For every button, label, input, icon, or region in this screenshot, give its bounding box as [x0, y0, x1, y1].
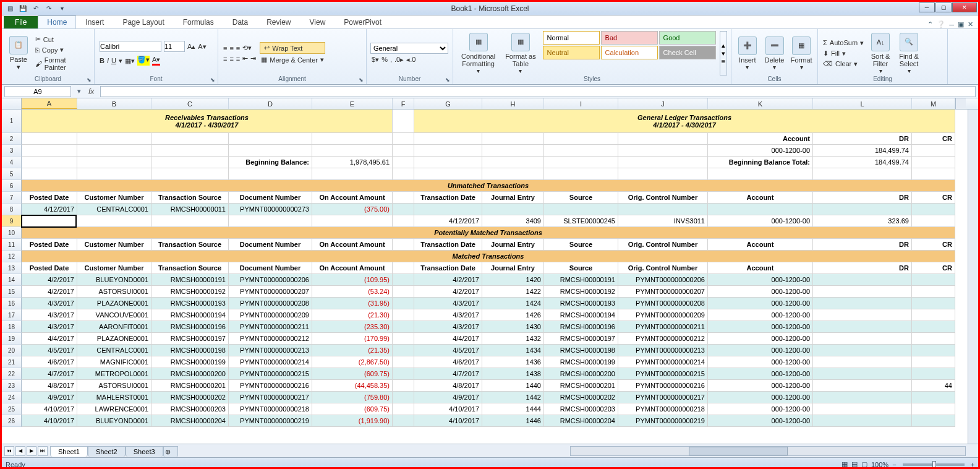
zoom-level[interactable]: 100%	[871, 461, 888, 468]
cell[interactable]	[393, 392, 414, 403]
cell[interactable]: DR	[813, 262, 912, 274]
cell[interactable]: Journal Entry	[482, 239, 544, 251]
cell[interactable]	[708, 204, 813, 215]
cell[interactable]: On Account Amount	[312, 192, 393, 204]
view-layout-icon[interactable]: ▤	[851, 460, 858, 468]
row-header[interactable]: 8	[2, 204, 22, 215]
cell[interactable]	[912, 157, 955, 168]
close-button[interactable]: ✕	[952, 2, 977, 12]
ribbon-minimize-icon[interactable]: ⌃	[927, 20, 933, 28]
formula-input[interactable]	[100, 86, 976, 97]
cell[interactable]: PYMNT000000000218	[618, 403, 708, 415]
view-pagebreak-icon[interactable]: ▢	[861, 460, 867, 468]
cell[interactable]: 4/10/2017	[22, 415, 77, 427]
cell[interactable]	[393, 204, 414, 215]
cell[interactable]: PYMNT000000000212	[618, 333, 708, 345]
cell[interactable]: 000-1200-00	[708, 321, 813, 333]
row-header[interactable]: 10	[2, 227, 22, 239]
cell[interactable]: RMCSH00000204	[151, 415, 229, 427]
zoom-in-icon[interactable]: +	[971, 461, 974, 468]
cell[interactable]	[393, 239, 414, 251]
new-sheet-button[interactable]: ⊕	[163, 446, 178, 457]
currency-icon[interactable]: $▾	[372, 56, 379, 64]
cell[interactable]	[229, 133, 312, 145]
cell[interactable]: 4/2/2017	[414, 286, 482, 298]
cell[interactable]	[813, 403, 912, 415]
cell[interactable]: 4/5/2017	[22, 345, 77, 356]
cell[interactable]	[813, 298, 912, 309]
cell[interactable]	[912, 333, 955, 345]
cell[interactable]: 000-1200-00	[708, 345, 813, 356]
cell[interactable]	[393, 157, 414, 168]
cell[interactable]	[482, 145, 544, 157]
cell[interactable]	[393, 168, 414, 180]
row-header[interactable]: 21	[2, 356, 22, 368]
cell[interactable]: PYMNT000000000212	[229, 333, 312, 345]
tab-page-layout[interactable]: Page Layout	[113, 15, 173, 28]
cell[interactable]: Source	[544, 239, 618, 251]
cell[interactable]: Transaction Date	[414, 239, 482, 251]
cell[interactable]: Customer Number	[77, 192, 151, 204]
cell[interactable]	[393, 368, 414, 380]
cell[interactable]	[151, 133, 229, 145]
cell[interactable]: 1432	[482, 333, 544, 345]
cell[interactable]: 000-1200-00	[708, 274, 813, 286]
cell[interactable]: Customer Number	[77, 239, 151, 251]
font-size-input[interactable]	[164, 41, 185, 52]
cell[interactable]: (170.99)	[312, 333, 393, 345]
align-center-icon[interactable]: ≡	[229, 55, 233, 62]
cell[interactable]: 4/2/2017	[22, 286, 77, 298]
view-normal-icon[interactable]: ▦	[842, 460, 848, 468]
cell[interactable]: Customer Number	[77, 262, 151, 274]
cell[interactable]: RMCSH00000202	[544, 392, 618, 403]
cell[interactable]: RMCSH00000193	[151, 298, 229, 309]
cell[interactable]: 000-1200-00	[708, 309, 813, 321]
cell[interactable]: MAHLERST0001	[77, 392, 151, 403]
cell[interactable]: 4/3/2017	[22, 309, 77, 321]
cell[interactable]: 4/8/2017	[22, 380, 77, 392]
cell[interactable]: 1444	[482, 403, 544, 415]
zoom-out-icon[interactable]: −	[892, 461, 896, 468]
cell[interactable]: 1446	[482, 415, 544, 427]
font-color-button[interactable]: A▾	[152, 56, 160, 66]
cell[interactable]: (31.95)	[312, 298, 393, 309]
cell[interactable]: 000-1200-00	[708, 286, 813, 298]
cell[interactable]: Source	[544, 192, 618, 204]
align-bottom-icon[interactable]: ≡	[236, 45, 240, 52]
cell[interactable]	[813, 204, 912, 215]
indent-inc-icon[interactable]: ⇥	[250, 54, 256, 62]
delete-button[interactable]: ➖Delete▾	[762, 31, 787, 75]
cell[interactable]: PYMNT000000000206	[229, 274, 312, 286]
cell[interactable]: 1424	[482, 298, 544, 309]
format-button[interactable]: ▦Format▾	[789, 31, 814, 75]
cell[interactable]	[393, 333, 414, 345]
align-right-icon[interactable]: ≡	[236, 55, 240, 62]
doc-minimize-icon[interactable]: ─	[949, 21, 954, 28]
cell[interactable]	[912, 356, 955, 368]
cell[interactable]: RMCSH00000196	[544, 321, 618, 333]
cell[interactable]: 1436	[482, 356, 544, 368]
column-header-C[interactable]: C	[151, 98, 229, 109]
cell[interactable]: (609.75)	[312, 403, 393, 415]
cell[interactable]: PYMNT000000000209	[229, 309, 312, 321]
cell[interactable]	[912, 368, 955, 380]
cell[interactable]	[393, 380, 414, 392]
cell[interactable]	[912, 309, 955, 321]
cell[interactable]: Beginning Balance Total:	[708, 157, 813, 168]
cell[interactable]: RMCSH00000193	[544, 298, 618, 309]
cell[interactable]: PYMNT000000000218	[229, 403, 312, 415]
cell[interactable]	[393, 356, 414, 368]
cell[interactable]	[912, 168, 955, 180]
percent-icon[interactable]: %	[381, 56, 388, 63]
cell[interactable]	[482, 168, 544, 180]
fill-color-button[interactable]: 🪣▾	[137, 56, 150, 66]
cell[interactable]: 4/10/2017	[414, 403, 482, 415]
cell[interactable]	[912, 286, 955, 298]
horizontal-scrollbar[interactable]	[570, 446, 966, 456]
cell[interactable]: VANCOUVE0001	[77, 309, 151, 321]
column-header-D[interactable]: D	[229, 98, 312, 109]
cell[interactable]: (235.30)	[312, 321, 393, 333]
style-check-cell[interactable]: Check Cell	[659, 46, 716, 59]
cell[interactable]: DR	[813, 192, 912, 204]
cell[interactable]: Posted Date	[22, 192, 77, 204]
